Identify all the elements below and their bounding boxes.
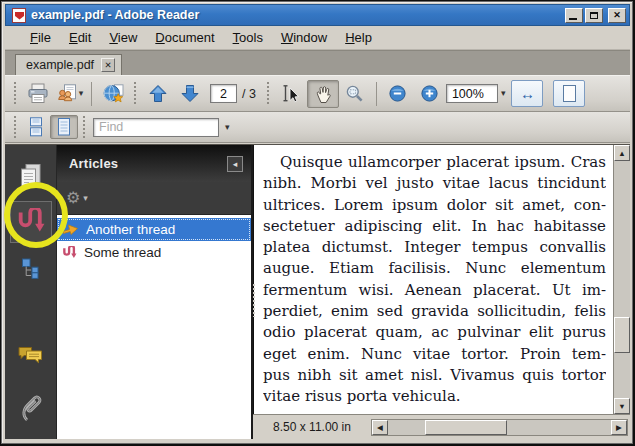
next-page-button[interactable] — [174, 80, 206, 108]
toolbar-grip[interactable] — [13, 81, 18, 106]
menu-view[interactable]: View — [100, 27, 146, 48]
document-row: Quisque ullamcorper placerat ipsum. Cras… — [253, 145, 630, 414]
fit-page-icon — [563, 85, 576, 102]
scroll-left-button[interactable]: ◀ — [372, 420, 388, 435]
toolbar-grip[interactable] — [13, 115, 18, 140]
toolbar-grip[interactable] — [133, 81, 138, 106]
articles-panel-button[interactable] — [10, 201, 52, 243]
scroll-up-button[interactable]: ▲ — [614, 145, 630, 161]
single-page-mode-button[interactable] — [50, 115, 78, 139]
menu-document[interactable]: Document — [146, 27, 223, 48]
hand-tool-icon — [313, 84, 333, 104]
secondary-toolbar: ▾ — [5, 112, 630, 143]
panel-title: Articles — [69, 156, 227, 171]
arrow-down-icon — [180, 84, 200, 103]
panel-options-bar: ⚙ ▾ — [57, 182, 251, 215]
document-text-line: Quisque ullamcorper placerat ipsum. Cras — [263, 152, 606, 173]
articles-panel: Articles ◂ ⚙ ▾ Another thread — [57, 145, 253, 439]
previous-page-button[interactable] — [142, 80, 174, 108]
zoom-level-field[interactable]: 100% — [446, 84, 498, 103]
minimize-icon — [569, 18, 577, 20]
page-count-label: / 3 — [237, 87, 262, 101]
attachments-panel-button[interactable] — [10, 387, 52, 429]
document-text-line: sectetuer adipiscing elit. In hac habita… — [263, 216, 606, 237]
print-button[interactable] — [22, 80, 54, 108]
maximize-icon — [590, 12, 598, 19]
model-tree-panel-button[interactable] — [10, 247, 52, 289]
hand-tool-button[interactable] — [307, 80, 339, 108]
chevron-down-icon: ▾ — [79, 89, 84, 98]
article-thread-icon — [62, 246, 77, 260]
status-bar: 8.50 x 11.00 in ◀ ▶ — [253, 414, 630, 439]
tab-label: example.pdf — [26, 58, 94, 72]
toolbar-grip[interactable] — [82, 115, 87, 140]
document-text-line: ultrices. Lorem ipsum dolor sit amet, co… — [263, 195, 606, 216]
pages-panel-button[interactable] — [10, 155, 52, 197]
find-dropdown-caret-icon[interactable]: ▾ — [225, 123, 230, 132]
menu-file[interactable]: File — [21, 27, 60, 48]
scroll-left-icon: ◀ — [377, 423, 383, 432]
comments-panel-button[interactable] — [10, 335, 52, 377]
fit-page-button[interactable] — [553, 80, 585, 107]
find-input[interactable] — [93, 118, 219, 137]
thread-label: Some thread — [84, 245, 161, 260]
tab-bar: example.pdf ✕ — [5, 50, 630, 75]
main-toolbar: ▾ / 3 — [5, 75, 630, 112]
minimize-button[interactable] — [565, 8, 583, 23]
zoom-in-icon — [420, 84, 439, 103]
menu-window[interactable]: Window — [272, 27, 336, 48]
navigation-sidebar — [5, 145, 57, 439]
fit-width-button[interactable]: ↔ — [511, 80, 543, 107]
fit-width-icon: ↔ — [520, 85, 535, 102]
scroll-right-button[interactable]: ▶ — [611, 420, 627, 435]
selected-article-arrow-icon — [62, 222, 79, 237]
collapse-panel-button[interactable]: ◂ — [227, 156, 243, 172]
scroll-down-button[interactable]: ▼ — [614, 398, 630, 414]
list-item-another-thread[interactable]: Another thread — [57, 218, 251, 241]
document-text-line: platea dictumst. Integer tempus convalli… — [263, 237, 606, 258]
zoom-out-button[interactable] — [382, 80, 414, 108]
collaborate-share-icon — [57, 84, 77, 103]
menu-bar: File Edit View Document Tools Window Hel… — [5, 26, 630, 50]
single-page-icon — [55, 117, 73, 137]
gear-icon[interactable]: ⚙ — [66, 190, 80, 206]
document-text-line: odio placerat quam, ac pulvinar elit pur… — [263, 322, 606, 343]
scroll-right-icon: ▶ — [616, 423, 622, 432]
horizontal-scrollbar[interactable]: ◀ ▶ — [371, 419, 628, 436]
pages-icon — [17, 162, 44, 191]
page-number-input[interactable] — [210, 84, 237, 103]
vertical-scroll-thumb[interactable] — [614, 317, 630, 353]
zoom-in-button[interactable] — [414, 80, 446, 108]
options-caret-icon[interactable]: ▾ — [83, 194, 88, 203]
thread-label: Another thread — [86, 222, 175, 237]
document-text-line: fermentum wisi. Aenean placerat. Ut im- — [263, 280, 606, 301]
list-item-some-thread[interactable]: Some thread — [57, 241, 251, 264]
menu-tools[interactable]: Tools — [224, 27, 272, 48]
collaborate-share-button[interactable]: ▾ — [54, 80, 86, 108]
acrobat-com-button[interactable] — [97, 80, 129, 108]
toolbar-separator — [376, 82, 377, 106]
maximize-button[interactable] — [585, 8, 603, 23]
pdf-page[interactable]: Quisque ullamcorper placerat ipsum. Cras… — [253, 145, 613, 414]
arrow-up-icon — [148, 84, 168, 103]
tab-example-pdf[interactable]: example.pdf ✕ — [15, 54, 122, 75]
select-tool-button[interactable] — [275, 80, 307, 108]
collapse-left-icon: ◂ — [233, 159, 238, 169]
marquee-zoom-icon — [345, 84, 364, 103]
toolbar-grip[interactable] — [266, 81, 271, 106]
vertical-scrollbar[interactable]: ▲ ▼ — [613, 145, 630, 414]
page-size-label: 8.50 x 11.00 in — [253, 420, 371, 434]
marquee-zoom-button[interactable] — [339, 80, 371, 108]
tab-close-button[interactable]: ✕ — [101, 58, 115, 72]
menu-help[interactable]: Help — [336, 27, 381, 48]
zoom-dropdown-caret-icon[interactable]: ▾ — [501, 89, 506, 98]
adobe-reader-window: example.pdf - Adobe Reader ✕ File Edit V… — [1, 1, 633, 444]
horizontal-scroll-thumb[interactable] — [425, 420, 507, 435]
close-button[interactable]: ✕ — [608, 8, 626, 23]
panel-splitter-handle[interactable] — [252, 283, 256, 317]
articles-panel-header: Articles ◂ — [57, 145, 251, 182]
tree-icon — [20, 257, 42, 279]
menu-edit[interactable]: Edit — [60, 27, 100, 48]
scrolling-pages-icon — [27, 117, 45, 137]
scrolling-mode-button[interactable] — [22, 115, 50, 139]
